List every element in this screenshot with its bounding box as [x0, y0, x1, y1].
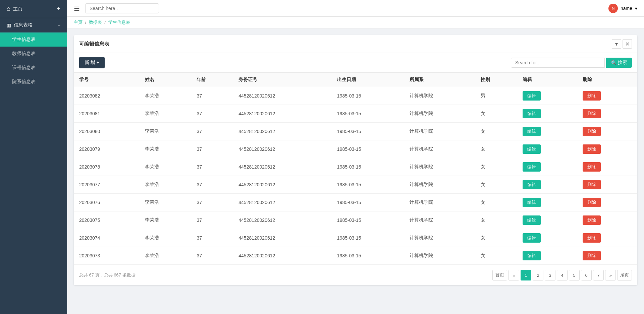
cell-name[interactable]: 李荣浩 [140, 158, 191, 176]
edit-button[interactable]: 编辑 [523, 215, 541, 225]
cell-edit: 编辑 [517, 211, 577, 229]
card-collapse-button[interactable]: ▾ [612, 39, 621, 49]
cell-dept: 计算机学院 [404, 140, 475, 158]
page-button-7[interactable]: 7 [593, 270, 604, 280]
delete-button[interactable]: 删除 [583, 144, 601, 154]
sidebar-item-teacher[interactable]: 教师信息表 [0, 47, 67, 61]
search-input[interactable] [511, 58, 605, 68]
user-name: name [621, 6, 632, 11]
table-row: 20203082李荣浩37445281200206121985-03-15计算机… [74, 87, 637, 105]
card: 可编辑信息表 ▾ ✕ 新 增 + 🔍 搜索 [74, 35, 637, 285]
cell-id[interactable]: 20203076 [74, 194, 140, 211]
cell-id[interactable]: 20203077 [74, 176, 140, 194]
delete-button[interactable]: 删除 [583, 180, 601, 189]
delete-button[interactable]: 删除 [583, 233, 601, 243]
edit-button[interactable]: 编辑 [523, 180, 541, 189]
cell-name[interactable]: 李荣浩 [140, 229, 191, 247]
search-button[interactable]: 🔍 搜索 [606, 58, 632, 68]
cell-id[interactable]: 20203073 [74, 247, 140, 265]
cell-name[interactable]: 李荣浩 [140, 176, 191, 194]
collapse-icon[interactable]: − [58, 22, 60, 28]
sidebar-home-item[interactable]: ⌂ 主页 + [0, 0, 67, 18]
cell-edit: 编辑 [517, 194, 577, 211]
topbar-search-input[interactable] [85, 3, 159, 13]
cell-birthdate: 1985-03-15 [332, 87, 404, 105]
delete-button[interactable]: 删除 [583, 198, 601, 207]
page-button-1[interactable]: 1 [521, 270, 531, 280]
add-button[interactable]: 新 增 + [79, 57, 105, 68]
delete-button[interactable]: 删除 [583, 91, 601, 101]
table-row: 20203074李荣浩37445281200206121985-03-15计算机… [74, 229, 637, 247]
breadcrumb-home[interactable]: 主页 [74, 20, 83, 25]
cell-name[interactable]: 李荣浩 [140, 123, 191, 140]
sidebar-add-icon[interactable]: + [57, 5, 60, 12]
prev-page-button[interactable]: « [508, 270, 519, 280]
breadcrumb-student-table[interactable]: 学生信息表 [108, 20, 130, 25]
edit-button[interactable]: 编辑 [523, 233, 541, 243]
cell-name[interactable]: 李荣浩 [140, 140, 191, 158]
cell-birthdate: 1985-03-15 [332, 176, 404, 194]
cell-id[interactable]: 20203075 [74, 211, 140, 229]
page-button-4[interactable]: 4 [557, 270, 568, 280]
main-content: ☰ N name ▾ 主页 / 数据表 / 学生信息表 可编辑信息表 ▾ ✕ [67, 0, 644, 314]
cell-gender: 女 [475, 229, 517, 247]
cell-id[interactable]: 20203078 [74, 158, 140, 176]
first-page-button[interactable]: 首页 [492, 270, 507, 280]
cell-idcard: 44528120020612 [233, 229, 332, 247]
cell-birthdate: 1985-03-15 [332, 105, 404, 123]
delete-button[interactable]: 删除 [583, 127, 601, 136]
cell-id[interactable]: 20203079 [74, 140, 140, 158]
page-button-5[interactable]: 5 [569, 270, 580, 280]
table-row: 20203073李荣浩37445281200206121985-03-15计算机… [74, 247, 637, 265]
cell-id[interactable]: 20203082 [74, 87, 140, 105]
delete-button[interactable]: 删除 [583, 251, 601, 260]
last-page-button[interactable]: 尾页 [617, 270, 632, 280]
user-menu[interactable]: N name ▾ [608, 4, 637, 13]
cell-name[interactable]: 李荣浩 [140, 211, 191, 229]
cell-idcard: 44528120020612 [233, 176, 332, 194]
cell-gender: 男 [475, 87, 517, 105]
sidebar-item-course[interactable]: 课程信息表 [0, 61, 67, 75]
cell-id[interactable]: 20203080 [74, 123, 140, 140]
edit-button[interactable]: 编辑 [523, 109, 541, 118]
sidebar-section-info-table[interactable]: ▦ 信息表格 − [0, 18, 67, 33]
cell-gender: 女 [475, 176, 517, 194]
page-button-2[interactable]: 2 [533, 270, 543, 280]
cell-name[interactable]: 李荣浩 [140, 87, 191, 105]
cell-edit: 编辑 [517, 123, 577, 140]
edit-button[interactable]: 编辑 [523, 162, 541, 172]
cell-name[interactable]: 李荣浩 [140, 247, 191, 265]
page-button-6[interactable]: 6 [581, 270, 592, 280]
next-page-button[interactable]: » [605, 270, 616, 280]
cell-delete: 删除 [577, 158, 637, 176]
content-area: 可编辑信息表 ▾ ✕ 新 增 + 🔍 搜索 [67, 28, 644, 314]
breadcrumb-data-table[interactable]: 数据表 [89, 20, 102, 25]
cell-name[interactable]: 李荣浩 [140, 105, 191, 123]
cell-name[interactable]: 李荣浩 [140, 194, 191, 211]
hamburger-icon[interactable]: ☰ [74, 4, 80, 12]
cell-birthdate: 1985-03-15 [332, 140, 404, 158]
delete-button[interactable]: 删除 [583, 162, 601, 172]
cell-gender: 女 [475, 140, 517, 158]
sidebar-nav: 学生信息表教师信息表课程信息表院系信息表 [0, 33, 67, 89]
edit-button[interactable]: 编辑 [523, 198, 541, 207]
card-close-button[interactable]: ✕ [623, 39, 632, 49]
grid-icon: ▦ [7, 22, 11, 28]
delete-button[interactable]: 删除 [583, 215, 601, 225]
pagination: 首页«1234567»尾页 [492, 270, 632, 280]
page-button-3[interactable]: 3 [545, 270, 555, 280]
card-header: 可编辑信息表 ▾ ✕ [74, 35, 637, 53]
cell-id[interactable]: 20203081 [74, 105, 140, 123]
sidebar-item-dept[interactable]: 院系信息表 [0, 75, 67, 89]
col-header-学号: 学号 [74, 73, 140, 87]
search-icon: 🔍 [611, 60, 616, 65]
edit-button[interactable]: 编辑 [523, 127, 541, 136]
avatar: N [608, 4, 618, 13]
sidebar-item-student[interactable]: 学生信息表 [0, 33, 67, 47]
edit-button[interactable]: 编辑 [523, 144, 541, 154]
cell-id[interactable]: 20203074 [74, 229, 140, 247]
delete-button[interactable]: 删除 [583, 109, 601, 118]
edit-button[interactable]: 编辑 [523, 251, 541, 260]
edit-button[interactable]: 编辑 [523, 91, 541, 101]
cell-delete: 删除 [577, 105, 637, 123]
